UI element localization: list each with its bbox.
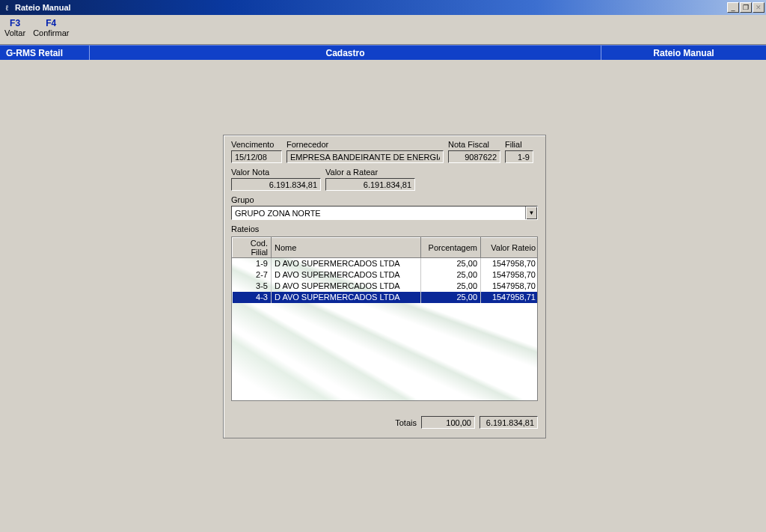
window-controls: _ ❐ ✕: [727, 2, 765, 13]
label-filial: Filial: [505, 140, 533, 149]
toolbar-item-voltar[interactable]: F3 Voltar: [4, 18, 25, 37]
nota-fiscal-field[interactable]: [448, 150, 500, 163]
close-button[interactable]: ✕: [753, 2, 765, 13]
cell-valor-rateio: 1547958,70: [481, 269, 539, 281]
valor-nota-field[interactable]: [231, 178, 321, 191]
th-porcentagem[interactable]: Porcentagem: [421, 238, 481, 258]
toolbar-label: Voltar: [4, 28, 25, 37]
total-val-field: [479, 416, 538, 429]
cell-nome: D AVO SUPERMERCADOS LTDA: [272, 258, 421, 269]
window-title: Rateio Manual: [15, 3, 71, 12]
vencimento-field[interactable]: [231, 150, 282, 163]
grupo-combo[interactable]: ▼: [231, 206, 538, 220]
label-vencimento: Vencimento: [231, 140, 282, 149]
app-icon: ℓ: [1, 2, 12, 13]
cell-cod-filial: 1-9: [233, 258, 272, 269]
cell-porcentagem: 25,00: [421, 258, 481, 269]
cell-porcentagem: 25,00: [421, 269, 481, 281]
breadcrumb: G-RMS Retail Cadastro Rateio Manual: [0, 45, 766, 60]
filial-field[interactable]: [505, 150, 533, 163]
workspace: Vencimento Fornecedor Nota Fiscal Filial…: [0, 60, 766, 532]
th-nome[interactable]: Nome: [272, 238, 421, 258]
total-pct-field: [421, 416, 475, 429]
toolbar-item-confirmar[interactable]: F4 Confirmar: [33, 18, 69, 37]
window-titlebar: ℓ Rateio Manual _ ❐ ✕: [0, 0, 766, 15]
table-row[interactable]: 4-3D AVO SUPERMERCADOS LTDA25,001547958,…: [233, 292, 539, 303]
fkey-label: F4: [33, 18, 69, 28]
cell-porcentagem: 25,00: [421, 292, 481, 303]
restore-button[interactable]: ❐: [740, 2, 752, 13]
table-row[interactable]: 2-7D AVO SUPERMERCADOS LTDA25,001547958,…: [233, 269, 539, 281]
cell-nome: D AVO SUPERMERCADOS LTDA: [272, 281, 421, 292]
th-valor-rateio[interactable]: Valor Rateio: [481, 238, 539, 258]
cell-cod-filial: 3-5: [233, 281, 272, 292]
cell-cod-filial: 4-3: [233, 292, 272, 303]
cell-nome: D AVO SUPERMERCADOS LTDA: [272, 269, 421, 281]
breadcrumb-section: Cadastro: [90, 46, 601, 60]
fkey-label: F3: [4, 18, 25, 28]
label-totais: Totais: [395, 418, 417, 427]
label-fornecedor: Fornecedor: [287, 140, 444, 149]
breadcrumb-app: G-RMS Retail: [0, 46, 90, 60]
label-valor-nota: Valor Nota: [231, 168, 321, 177]
table-row[interactable]: 1-9D AVO SUPERMERCADOS LTDA25,001547958,…: [233, 258, 539, 269]
rateios-grid[interactable]: Cod. Filial Nome Porcentagem Valor Ratei…: [231, 236, 538, 401]
breadcrumb-page: Rateio Manual: [601, 46, 766, 60]
cell-valor-rateio: 1547958,70: [481, 281, 539, 292]
label-valor-ratear: Valor a Ratear: [325, 168, 415, 177]
valor-ratear-field[interactable]: [325, 178, 415, 191]
chevron-down-icon[interactable]: ▼: [525, 207, 537, 219]
minimize-button[interactable]: _: [727, 2, 739, 13]
cell-cod-filial: 2-7: [233, 269, 272, 281]
rateios-table: Cod. Filial Nome Porcentagem Valor Ratei…: [232, 237, 538, 303]
cell-porcentagem: 25,00: [421, 281, 481, 292]
form-panel: Vencimento Fornecedor Nota Fiscal Filial…: [223, 135, 546, 438]
toolbar-label: Confirmar: [33, 28, 69, 37]
cell-nome: D AVO SUPERMERCADOS LTDA: [272, 292, 421, 303]
th-cod-filial[interactable]: Cod. Filial: [233, 238, 272, 258]
label-nota-fiscal: Nota Fiscal: [448, 140, 500, 149]
cell-valor-rateio: 1547958,70: [481, 258, 539, 269]
label-rateios: Rateios: [231, 224, 538, 233]
fornecedor-field[interactable]: [287, 150, 444, 163]
cell-valor-rateio: 1547958,71: [481, 292, 539, 303]
table-row[interactable]: 3-5D AVO SUPERMERCADOS LTDA25,001547958,…: [233, 281, 539, 292]
label-grupo: Grupo: [231, 195, 538, 204]
grupo-combo-text[interactable]: [232, 207, 525, 219]
toolbar: F3 Voltar F4 Confirmar: [0, 15, 766, 45]
